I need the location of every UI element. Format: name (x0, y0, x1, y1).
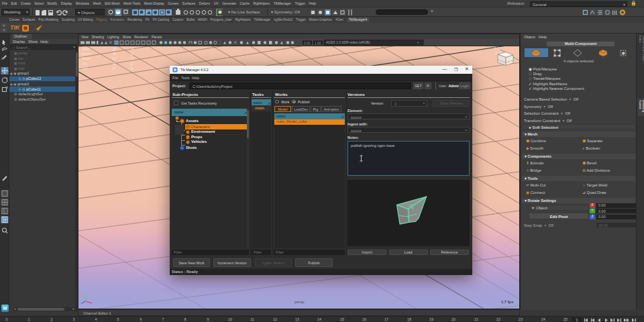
svg-text:13: 13 (295, 317, 299, 321)
svg-text:20: 20 (451, 317, 455, 321)
svg-text:1: 1 (28, 317, 30, 321)
svg-text:7: 7 (162, 317, 164, 321)
svg-text:1.00: 1.00 (315, 42, 321, 45)
svg-text:5: 5 (117, 317, 119, 321)
svg-text:2: 2 (51, 317, 53, 321)
svg-text:21: 21 (474, 317, 478, 321)
svg-text:✱: ✱ (622, 51, 626, 56)
svg-text:22: 22 (496, 317, 500, 321)
svg-text:0: 0 (576, 318, 578, 322)
svg-text:6: 6 (140, 317, 142, 321)
svg-text:3: 3 (73, 317, 75, 321)
svg-text:18: 18 (407, 317, 411, 321)
svg-text:9: 9 (207, 317, 209, 321)
svg-text:11: 11 (250, 317, 254, 321)
svg-text:10: 10 (228, 317, 232, 321)
svg-text:14: 14 (317, 317, 321, 321)
svg-text:23: 23 (519, 317, 523, 321)
svg-text:12: 12 (273, 317, 277, 321)
svg-text:16: 16 (362, 317, 366, 321)
svg-text:25: 25 (564, 317, 568, 321)
svg-text:24: 24 (541, 317, 545, 321)
svg-text:15: 15 (340, 317, 344, 321)
svg-text:0.00: 0.00 (304, 42, 311, 45)
svg-text:19: 19 (429, 317, 433, 321)
svg-text:0: 0 (6, 317, 8, 321)
svg-text:4: 4 (95, 317, 97, 321)
svg-text:ACES 1.0 SDR-video (sRGB): ACES 1.0 SDR-video (sRGB) (326, 40, 370, 44)
svg-text:17: 17 (384, 317, 388, 321)
svg-text:8: 8 (184, 317, 186, 321)
